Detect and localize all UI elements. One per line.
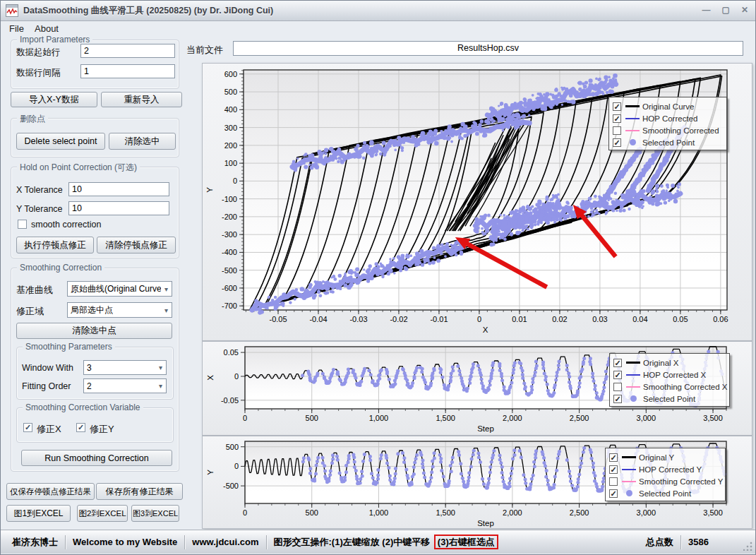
save-all-results-button[interactable]: 保存所有修正结果 — [96, 483, 183, 500]
legend-checkbox[interactable] — [613, 126, 621, 135]
legend-line-icon — [625, 130, 640, 131]
label-window-width: Window With — [22, 363, 73, 373]
svg-text:-0.01: -0.01 — [430, 315, 448, 323]
legend-checkbox[interactable]: ✓ — [613, 114, 621, 123]
svg-text:-500: -500 — [222, 266, 237, 275]
y-vs-step-chart[interactable]: 05001,0001,5002,0002,5003,0003,5005000-5… — [202, 436, 752, 529]
svg-text:500: 500 — [224, 88, 237, 96]
label-base-curve: 基准曲线 — [16, 284, 53, 297]
svg-text:500: 500 — [226, 443, 239, 451]
legend-line-icon — [621, 481, 637, 482]
window-title: DataSmoothing 曲线平滑工具 (20250825) (by Dr. … — [23, 5, 273, 17]
resize-grip[interactable] — [743, 541, 753, 551]
menu-about[interactable]: About — [32, 23, 61, 35]
legend-label: Original Curve — [642, 102, 695, 111]
smooth-correction-checkbox[interactable] — [18, 220, 27, 229]
app-logo-icon — [6, 4, 18, 17]
save-hold-results-button[interactable]: 仅保存停顿点修正结果 — [6, 483, 95, 500]
clear-hold-correction-button[interactable]: 清除停顿点修正 — [97, 237, 176, 253]
svg-text:2,500: 2,500 — [570, 508, 589, 517]
legend-checkbox[interactable]: ✓ — [613, 371, 622, 379]
run-smoothing-correction-button[interactable]: Run Smoothing Correction — [21, 450, 172, 466]
fitting-order-select[interactable]: 2 ▾ — [83, 378, 167, 393]
svg-text:300: 300 — [224, 124, 237, 132]
menu-file[interactable]: File — [6, 23, 27, 35]
group-title: 删除点 — [17, 113, 48, 125]
maximize-button-icon[interactable]: ▢ — [722, 5, 730, 15]
row-interval-input[interactable] — [80, 64, 175, 78]
import-xy-button[interactable]: 导入X-Y数据 — [11, 92, 97, 107]
x-vs-step-chart[interactable]: 05001,0001,5002,0002,5003,0003,5000.050-… — [202, 341, 752, 436]
status-total-label: 总点数 — [646, 536, 673, 549]
correct-x-checkbox[interactable]: ✓ — [23, 423, 32, 432]
legend-dot-icon — [625, 395, 641, 402]
fig3-to-excel-button[interactable]: 图3到EXCEL — [131, 505, 179, 522]
legend-item: ✓Selected Point — [613, 136, 722, 148]
window-width-value: 3 — [84, 363, 155, 373]
legend-checkbox[interactable]: ✓ — [613, 395, 622, 403]
start-row-input[interactable] — [80, 44, 175, 58]
correction-domain-select[interactable]: 局部选中点 ▾ — [67, 302, 172, 318]
label-correction-domain: 修正域 — [16, 305, 44, 318]
legend-item: ✓HOP Corrected Y — [609, 463, 721, 475]
group-title: Hold on Point Correction (可选) — [17, 162, 140, 174]
minimize-button-icon[interactable]: — — [702, 5, 711, 15]
group-title: Smoothing Correction — [17, 263, 104, 273]
legend-line-icon — [621, 456, 637, 458]
status-total-value: 3586 — [688, 537, 709, 547]
legend-checkbox[interactable]: ✓ — [613, 359, 622, 367]
svg-text:-0.02: -0.02 — [390, 315, 407, 323]
legend-label: Original Y — [639, 453, 674, 462]
status-welcome-link[interactable]: Welcome to my Website — [73, 537, 177, 547]
y-tolerance-input[interactable] — [68, 201, 169, 215]
label-correct-y: 修正Y — [90, 423, 114, 436]
legend-label: HOP Corrected X — [643, 371, 706, 379]
svg-text:3,000: 3,000 — [637, 414, 656, 422]
legend-item: Smoothing Corrected — [613, 124, 722, 136]
delete-select-point-button[interactable]: Delete select point — [16, 133, 105, 150]
clear-selected-button[interactable]: 清除选中 — [109, 133, 176, 150]
close-button-icon[interactable]: ✕ — [741, 5, 748, 15]
base-curve-value: 原始曲线(Original Curve) — [68, 283, 161, 295]
svg-text:-0.05: -0.05 — [221, 396, 239, 405]
svg-text:Y: Y — [205, 187, 214, 193]
reimport-button[interactable]: 重新导入 — [101, 92, 182, 107]
svg-text:0.01: 0.01 — [512, 315, 527, 323]
legend-line-icon — [625, 118, 640, 119]
legend-checkbox[interactable]: ✓ — [613, 138, 621, 147]
svg-text:Step: Step — [477, 424, 494, 433]
legend-line-icon — [621, 469, 637, 470]
legend-checkbox[interactable]: ✓ — [609, 465, 618, 474]
fig2-to-excel-button[interactable]: 图2到EXCEL — [77, 505, 128, 522]
fig1-to-excel-button[interactable]: 图1到EXCEL — [6, 505, 71, 522]
run-hold-correction-button[interactable]: 执行停顿点修正 — [16, 237, 94, 253]
svg-text:1,000: 1,000 — [369, 508, 389, 517]
window-width-select[interactable]: 3 ▾ — [83, 360, 167, 375]
chart-legend: ✓Original Curve✓HOP CorrectedSmoothing C… — [608, 97, 727, 150]
legend-checkbox[interactable]: ✓ — [609, 453, 618, 462]
main-xy-chart[interactable]: -0.05-0.04-0.03-0.02-0.0100.010.020.030.… — [202, 63, 752, 341]
svg-text:1,000: 1,000 — [369, 414, 389, 422]
legend-label: Selected Point — [642, 138, 695, 147]
svg-text:0: 0 — [477, 315, 481, 323]
legend-checkbox[interactable]: ✓ — [609, 489, 618, 498]
clear-selected-points-button[interactable]: 清除选中点 — [16, 323, 172, 339]
base-curve-select[interactable]: 原始曲线(Original Curve) ▾ — [67, 281, 172, 297]
legend-item: ✓Selected Point — [609, 487, 721, 499]
correct-y-checkbox[interactable]: ✓ — [76, 423, 85, 432]
interaction-text: 图形交互操作:(1)左键缩放 (2)中键平移 — [274, 537, 433, 547]
label-correct-x: 修正X — [37, 423, 61, 436]
status-website-link[interactable]: www.jdcui.com — [192, 537, 258, 547]
legend-checkbox[interactable]: ✓ — [613, 102, 621, 111]
chevron-down-icon: ▾ — [161, 306, 172, 314]
app-window: DataSmoothing 曲线平滑工具 (20250825) (by Dr. … — [0, 0, 756, 555]
legend-checkbox[interactable] — [609, 477, 618, 486]
legend-checkbox[interactable] — [613, 383, 622, 391]
svg-text:0: 0 — [234, 462, 239, 470]
svg-text:-100: -100 — [222, 195, 237, 203]
svg-text:Y: Y — [206, 470, 215, 475]
legend-line-icon — [625, 374, 641, 376]
x-tolerance-input[interactable] — [68, 182, 169, 196]
current-file-field[interactable]: ResultsHop.csv — [233, 41, 743, 56]
svg-text:-0.03: -0.03 — [349, 315, 367, 323]
